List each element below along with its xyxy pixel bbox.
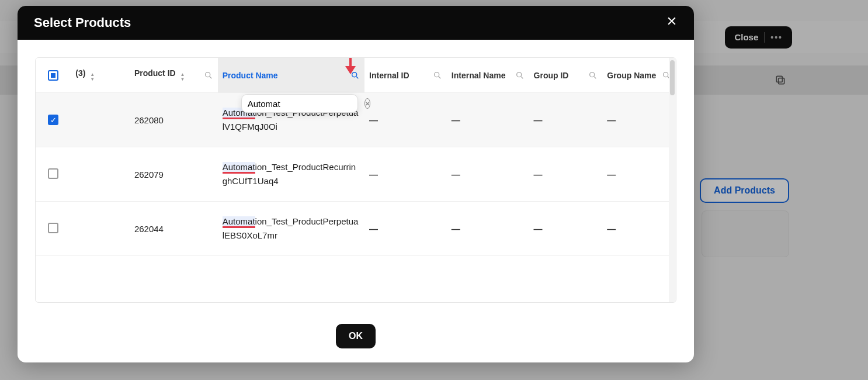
svg-point-5 — [516, 72, 521, 77]
cell-internal-id: — — [364, 93, 447, 147]
cell-product-id: 262044 — [130, 202, 218, 256]
modal-footer: OK — [18, 312, 694, 362]
search-icon[interactable] — [588, 71, 598, 80]
modal-body: (3) ▲▼ Product ID ▲▼ Product Name — [18, 40, 694, 312]
cell-group-id: — — [529, 93, 603, 147]
row-checkbox[interactable] — [48, 168, 58, 179]
modal-header: Select Products — [18, 6, 694, 40]
cell-group-name: — — [602, 147, 676, 202]
header-product-name-label: Product Name — [223, 71, 278, 80]
header-product-id[interactable]: Product ID ▲▼ — [130, 58, 218, 93]
table-body: ✓ 262080 Automation_Test_ProductPerpetua… — [36, 93, 676, 256]
header-internal-id-label: Internal ID — [369, 71, 409, 80]
table-row[interactable]: 262079 Automation_Test_ProductRecurringh… — [36, 147, 676, 202]
cell-product-name: Automation_Test_ProductRecurringhCUfT1Ua… — [218, 147, 364, 202]
header-group-id-label: Group ID — [534, 71, 569, 80]
header-group-name[interactable]: Group Name — [602, 58, 676, 93]
cell-group-id: — — [529, 147, 603, 202]
match-highlight: Automat — [223, 216, 255, 228]
cell-product-id: 262080 — [130, 93, 218, 147]
header-internal-id[interactable]: Internal ID — [364, 58, 447, 93]
cell-internal-name: — — [447, 202, 529, 256]
scrollbar-track[interactable] — [669, 58, 676, 302]
cell-internal-id: — — [364, 202, 447, 256]
svg-point-2 — [205, 72, 210, 77]
header-internal-name[interactable]: Internal Name — [447, 58, 529, 93]
cell-group-id: — — [529, 202, 603, 256]
selected-count: (3) — [75, 68, 85, 78]
select-all-checkbox[interactable] — [48, 70, 58, 81]
cell-group-name: — — [602, 202, 676, 256]
row-checkbox[interactable]: ✓ — [48, 115, 58, 125]
clear-search-icon[interactable]: ✕ — [364, 98, 370, 109]
close-icon[interactable] — [666, 15, 678, 30]
ok-button-label: OK — [349, 331, 363, 341]
cell-internal-id: — — [364, 147, 447, 202]
search-icon[interactable] — [515, 71, 525, 80]
cell-product-name: Automation_Test_ProductPerpetualEBS0XoL7… — [218, 202, 364, 256]
products-table-wrap: (3) ▲▼ Product ID ▲▼ Product Name — [35, 57, 676, 303]
products-table: (3) ▲▼ Product ID ▲▼ Product Name — [36, 58, 676, 256]
sort-icon[interactable]: ▲▼ — [90, 72, 95, 82]
modal-title: Select Products — [34, 15, 131, 30]
cell-group-name: — — [602, 93, 676, 147]
header-group-name-label: Group Name — [607, 71, 656, 80]
column-search-popup: ✕ — [241, 94, 358, 113]
ok-button[interactable]: OK — [336, 324, 376, 348]
cell-internal-name: — — [447, 93, 529, 147]
svg-point-4 — [434, 72, 439, 77]
header-product-id-label: Product ID — [134, 68, 176, 78]
svg-point-6 — [590, 72, 595, 77]
table-row[interactable]: 262044 Automation_Test_ProductPerpetualE… — [36, 202, 676, 256]
header-checkbox-cell[interactable] — [36, 58, 71, 93]
header-product-name[interactable]: Product Name ✕ — [218, 58, 364, 93]
select-products-modal: Select Products (3) ▲▼ — [18, 6, 694, 362]
header-group-id[interactable]: Group ID — [529, 58, 603, 93]
cell-product-id: 262079 — [130, 147, 218, 202]
column-search-input[interactable] — [248, 99, 359, 109]
header-internal-name-label: Internal Name — [452, 71, 506, 80]
row-checkbox[interactable] — [48, 223, 58, 233]
sort-icon[interactable]: ▲▼ — [180, 72, 185, 82]
svg-point-7 — [664, 72, 668, 77]
cell-internal-name: — — [447, 147, 529, 202]
match-highlight: Automat — [223, 162, 255, 174]
header-count-cell[interactable]: (3) ▲▼ — [71, 58, 130, 93]
scrollbar-thumb[interactable] — [670, 60, 675, 95]
search-icon[interactable] — [433, 71, 442, 80]
table-header-row: (3) ▲▼ Product ID ▲▼ Product Name — [36, 58, 676, 93]
annotation-arrow — [345, 57, 356, 74]
search-icon[interactable] — [204, 71, 213, 80]
